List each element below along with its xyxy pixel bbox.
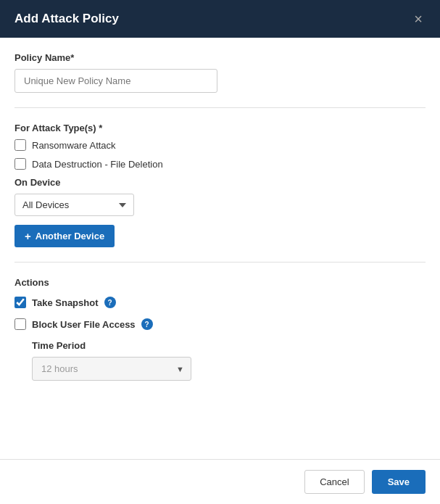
ransomware-item: Ransomware Attack	[14, 139, 426, 151]
modal: Add Attack Policy × Policy Name* For Att…	[0, 0, 440, 504]
data-destruction-item: Data Destruction - File Deletion	[14, 158, 426, 170]
on-device-label: On Device	[14, 177, 426, 188]
modal-footer: Cancel Save	[0, 459, 440, 504]
time-period-label: Time Period	[32, 340, 426, 351]
add-device-button[interactable]: + Another Device	[14, 225, 115, 247]
data-destruction-checkbox[interactable]	[14, 158, 26, 170]
modal-header: Add Attack Policy ×	[0, 0, 440, 38]
block-user-file-access-row: Block User File Access ?	[14, 318, 426, 330]
modal-title: Add Attack Policy	[14, 12, 119, 26]
ransomware-label: Ransomware Attack	[32, 140, 116, 151]
block-user-file-access-label: Block User File Access	[32, 319, 136, 330]
attack-types-section: For Attack Type(s) * Ransomware Attack D…	[14, 123, 426, 263]
policy-name-section: Policy Name*	[14, 52, 426, 108]
actions-section: Actions Take Snapshot ? Block User File …	[14, 277, 426, 381]
plus-icon: +	[25, 231, 31, 241]
close-button[interactable]: ×	[411, 12, 426, 26]
actions-label: Actions	[14, 277, 426, 288]
modal-body: Policy Name* For Attack Type(s) * Ransom…	[0, 38, 440, 459]
ransomware-checkbox[interactable]	[14, 139, 26, 151]
add-device-label: Another Device	[36, 231, 104, 241]
modal-overlay: Add Attack Policy × Policy Name* For Att…	[0, 0, 440, 504]
on-device-section: On Device All Devices Specific Device	[14, 177, 426, 216]
cancel-button[interactable]: Cancel	[304, 470, 364, 494]
take-snapshot-label: Take Snapshot	[32, 297, 99, 308]
policy-name-input[interactable]	[14, 69, 217, 93]
take-snapshot-checkbox[interactable]	[14, 297, 26, 308]
save-button[interactable]: Save	[372, 470, 426, 494]
take-snapshot-help-icon[interactable]: ?	[104, 297, 116, 308]
block-user-file-access-help-icon[interactable]: ?	[141, 318, 153, 330]
take-snapshot-row: Take Snapshot ?	[14, 297, 426, 308]
block-user-file-access-checkbox[interactable]	[14, 318, 26, 330]
attack-types-label: For Attack Type(s) *	[14, 123, 426, 133]
data-destruction-label: Data Destruction - File Deletion	[32, 159, 163, 170]
time-select-wrapper: 12 hours 24 hours 48 hours 72 hours ▼	[32, 357, 191, 381]
attack-types-checkbox-group: Ransomware Attack Data Destruction - Fil…	[14, 139, 426, 170]
policy-name-label: Policy Name*	[14, 52, 426, 63]
device-select[interactable]: All Devices Specific Device	[14, 194, 134, 216]
time-period-section: Time Period 12 hours 24 hours 48 hours 7…	[32, 340, 426, 381]
time-period-select[interactable]: 12 hours 24 hours 48 hours 72 hours	[32, 357, 191, 381]
